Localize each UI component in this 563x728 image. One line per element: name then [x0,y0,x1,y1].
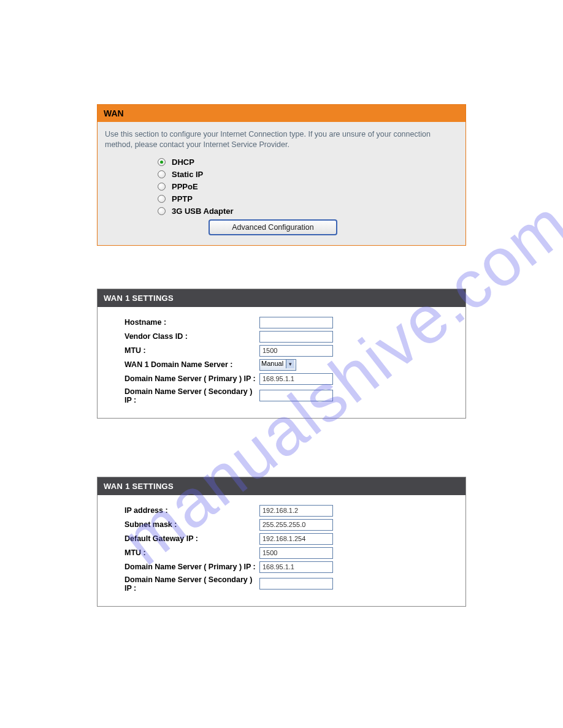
advanced-configuration-button[interactable]: Advanced Configuration [209,219,337,235]
option-label: PPPoE [172,182,198,191]
dns-primary-label: Domain Name Server ( Primary ) IP : [106,563,259,571]
subnet-mask-label: Subnet mask : [106,520,259,529]
default-gateway-input[interactable] [259,533,333,545]
ip-address-label: IP address : [106,506,259,515]
dns-mode-select[interactable]: Manual▾ [259,359,296,371]
dns-mode-label: WAN 1 Domain Name Server : [106,360,259,369]
wan1-settings-static-panel: WAN 1 SETTINGS IP address : Subnet mask … [97,477,466,607]
vendor-class-input[interactable] [259,331,333,343]
radio-icon [158,183,166,191]
dns-secondary-label: Domain Name Server ( Secondary ) IP : [106,575,259,593]
subnet-mask-input[interactable] [259,519,333,531]
chevron-down-icon: ▾ [286,360,294,368]
option-label: PPTP [172,194,193,203]
option-dhcp[interactable]: DHCP [158,157,458,167]
select-value: Manual [261,360,283,367]
wan-title: WAN [98,105,465,122]
vendor-class-label: Vendor Class ID : [106,332,259,341]
wan-description: Use this section to configure your Inter… [105,129,458,150]
hostname-input[interactable] [259,317,333,328]
mtu-label: MTU : [106,346,259,355]
ip-address-input[interactable] [259,505,333,517]
option-3g-usb[interactable]: 3G USB Adapter [158,207,458,216]
dns-primary-input[interactable] [259,561,333,573]
dns-primary-label: Domain Name Server ( Primary ) IP : [106,374,259,383]
panel-title: WAN 1 SETTINGS [98,289,465,307]
connection-type-options: DHCP Static IP PPPoE PPTP 3G USB Adapter… [158,157,458,235]
hostname-label: Hostname : [106,318,259,327]
option-label: 3G USB Adapter [172,207,234,216]
radio-icon [158,207,166,215]
mtu-label: MTU : [106,548,259,557]
option-label: DHCP [172,157,194,167]
panel-title: WAN 1 SETTINGS [98,477,465,495]
radio-icon [158,158,166,166]
mtu-input[interactable] [259,547,333,559]
radio-icon [158,195,166,203]
dns-secondary-input[interactable] [259,578,333,590]
dns-secondary-input[interactable] [259,390,333,401]
option-pppoe[interactable]: PPPoE [158,182,458,191]
mtu-input[interactable] [259,345,333,357]
default-gateway-label: Default Gateway IP : [106,534,259,543]
dns-primary-input[interactable] [259,373,333,385]
wan-panel: WAN Use this section to configure your I… [97,104,466,246]
option-label: Static IP [172,170,203,179]
option-static-ip[interactable]: Static IP [158,170,458,179]
radio-icon [158,170,166,178]
option-pptp[interactable]: PPTP [158,194,458,203]
dns-secondary-label: Domain Name Server ( Secondary ) IP : [106,387,259,404]
wan1-settings-dhcp-panel: WAN 1 SETTINGS Hostname : Vendor Class I… [97,289,466,419]
